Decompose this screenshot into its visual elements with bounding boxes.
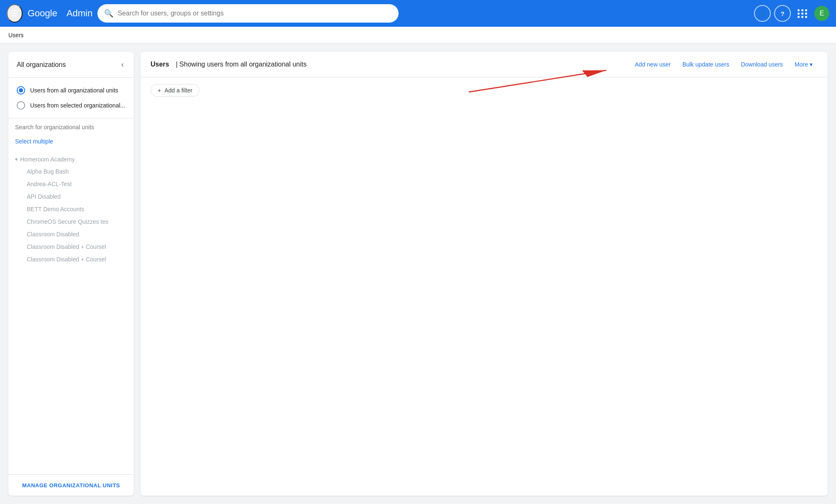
more-button[interactable]: More ▾ [790, 59, 818, 70]
add-new-user-button[interactable]: Add new user [630, 59, 676, 70]
org-child-item[interactable]: Classroom Disabled + Coursel [8, 240, 134, 253]
user-avatar[interactable]: E [814, 6, 829, 21]
org-child-item[interactable]: API Disabled [8, 190, 134, 203]
all-org-units-option[interactable]: Users from all organizational units [15, 83, 127, 98]
hamburger-menu-button[interactable]: ☰ [7, 4, 23, 23]
org-parent-name: Homeroom Academy [20, 156, 75, 163]
org-child-name-1: Andrea-ACL-Test [27, 181, 72, 187]
sidebar: All organizations ‹ Users from all organ… [8, 52, 134, 496]
org-child-name-6: Classroom Disabled + Coursel [27, 243, 106, 250]
panel-subtitle: | Showing users from all organizational … [176, 61, 307, 68]
select-multiple-link[interactable]: Select multiple [15, 138, 53, 145]
person-icon: 👤 [759, 10, 767, 17]
panel-header: Users | Showing users from all organizat… [141, 52, 828, 77]
grid-icon [798, 9, 808, 18]
sidebar-collapse-button[interactable]: ‹ [120, 59, 125, 71]
org-child-name-7: Classroom Disabled + Coursel [27, 256, 106, 263]
panel-title: Users [151, 61, 169, 68]
panel-actions: Add new user Bulk update users Download … [630, 59, 818, 70]
global-search-bar[interactable]: 🔍 [97, 4, 399, 23]
selected-org-label: Users from selected organizational... [30, 102, 125, 109]
org-child-item[interactable]: Classroom Disabled + Coursel [8, 253, 134, 266]
plus-icon: + [158, 87, 161, 94]
selected-org-radio[interactable] [17, 101, 25, 110]
filter-bar: + Add a filter [141, 77, 828, 103]
sidebar-footer: MANAGE ORGANIZATIONAL UNITS [8, 474, 134, 496]
org-child-item[interactable]: BETT Demo Accounts [8, 203, 134, 215]
download-users-button[interactable]: Download users [736, 59, 788, 70]
more-label: More [795, 61, 808, 68]
add-filter-button[interactable]: + Add a filter [151, 84, 199, 97]
org-child-item[interactable]: ChromeOS Secure Quizzes tes [8, 215, 134, 228]
breadcrumb-text: Users [8, 32, 24, 38]
hamburger-icon: ☰ [11, 9, 18, 18]
breadcrumb-bar: Users [0, 27, 836, 43]
question-icon: ? [780, 10, 784, 17]
support-icon-button[interactable]: 👤 [754, 5, 771, 22]
bulk-update-users-button[interactable]: Bulk update users [677, 59, 734, 70]
sidebar-title: All organizations [17, 61, 66, 69]
expand-arrow-icon: ▾ [15, 156, 18, 162]
all-org-radio[interactable] [17, 86, 25, 95]
org-search-input[interactable] [15, 124, 127, 130]
org-child-name-3: BETT Demo Accounts [27, 206, 84, 212]
google-admin-logo: Google Admin [28, 8, 92, 19]
help-button[interactable]: ? [774, 5, 791, 22]
logo-admin-text: Admin [66, 8, 92, 19]
org-child-name-5: Classroom Disabled [27, 231, 79, 238]
org-child-item[interactable]: Classroom Disabled [8, 228, 134, 240]
org-child-name-0: Alpha Bug Bash [27, 168, 69, 175]
top-navigation: ☰ Google Admin 🔍 👤 ? E [0, 0, 836, 27]
nav-right-actions: 👤 ? E [754, 5, 829, 22]
global-search-input[interactable] [118, 10, 392, 17]
select-multiple-container: Select multiple [8, 136, 134, 150]
org-child-item[interactable]: Andrea-ACL-Test [8, 178, 134, 190]
users-panel: Users | Showing users from all organizat… [141, 52, 828, 496]
add-filter-label: Add a filter [164, 87, 192, 94]
org-search-container[interactable] [8, 118, 134, 136]
logo-google-text: Google [28, 8, 57, 19]
sidebar-header: All organizations ‹ [8, 52, 134, 78]
selected-org-units-option[interactable]: Users from selected organizational... [15, 98, 127, 113]
manage-org-units-button[interactable]: MANAGE ORGANIZATIONAL UNITS [22, 482, 120, 489]
all-org-label: Users from all organizational units [30, 87, 118, 94]
org-child-name-2: API Disabled [27, 193, 61, 200]
main-content: All organizations ‹ Users from all organ… [0, 43, 836, 504]
org-parent-homeroom[interactable]: ▾ Homeroom Academy [8, 154, 134, 165]
more-chevron-icon: ▾ [810, 61, 813, 68]
sidebar-org-options: Users from all organizational units User… [8, 78, 134, 118]
apps-grid-button[interactable] [794, 5, 811, 22]
org-child-item[interactable]: Alpha Bug Bash [8, 165, 134, 178]
search-icon: 🔍 [104, 9, 113, 18]
org-tree: ▾ Homeroom Academy Alpha Bug Bash Andrea… [8, 150, 134, 474]
org-child-name-4: ChromeOS Secure Quizzes tes [27, 218, 108, 225]
